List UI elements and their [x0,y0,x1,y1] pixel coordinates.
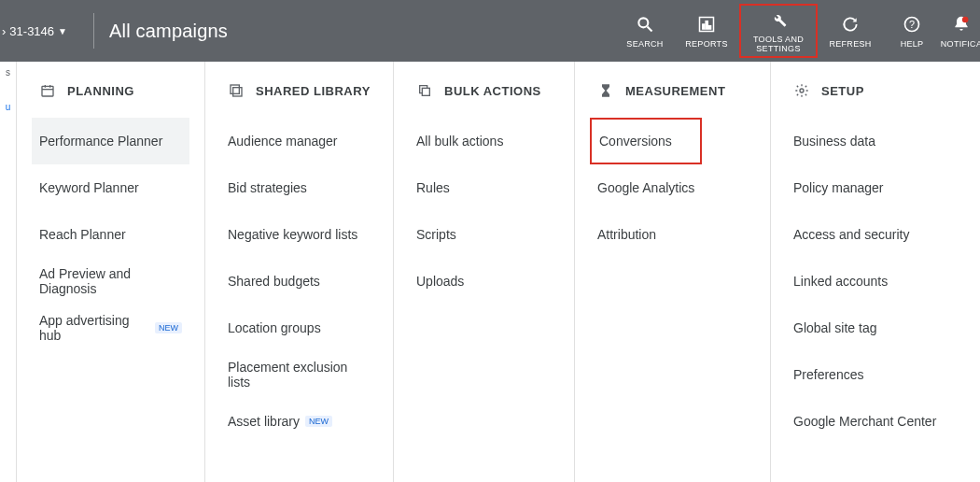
reports-button[interactable]: REPORTS [676,4,737,58]
account-chevron-icon: › [2,24,6,38]
content-sliver: su [0,62,17,482]
menu-label: Negative keyword lists [228,227,357,242]
new-badge: NEW [155,322,182,333]
dropdown-caret-icon: ▼ [58,26,67,36]
copy-icon [416,82,433,99]
tools-mega-menu: su PLANNING Performance Planner Keyword … [0,62,980,482]
menu-keyword-planner[interactable]: Keyword Planner [32,164,189,211]
menu-linked-accounts[interactable]: Linked accounts [786,258,948,305]
svg-rect-15 [422,88,429,95]
notifications-button[interactable]: NOTIFICA [943,4,980,58]
svg-rect-9 [42,86,53,96]
menu-performance-planner[interactable]: Performance Planner [32,118,189,164]
reports-label: REPORTS [685,39,727,49]
refresh-icon [841,13,860,35]
menu-label: Conversions [599,134,672,149]
menu-label: All bulk actions [416,134,503,149]
notifications-label: NOTIFICA [941,39,980,49]
col-head-planning: PLANNING [39,82,182,99]
menu-label: Asset library [228,414,300,429]
col-title: MEASUREMENT [625,84,725,98]
menu-conversions[interactable]: Conversions [590,118,702,164]
svg-text:?: ? [909,19,915,30]
menu-label: Bid strategies [228,180,307,195]
menu-attribution[interactable]: Attribution [590,211,755,258]
help-icon: ? [903,13,921,35]
help-button[interactable]: ? HELP [881,4,943,58]
menu-placement-exclusion-lists[interactable]: Placement exclusion lists [220,351,378,398]
menu-col-bulk: BULK ACTIONS All bulk actions Rules Scri… [394,62,575,482]
wrench-icon [769,8,788,31]
menu-label: Preferences [793,367,863,382]
menu-negative-keyword-lists[interactable]: Negative keyword lists [220,211,378,258]
menu-scripts[interactable]: Scripts [409,211,559,258]
col-head-setup: SETUP [793,82,941,99]
col-title: BULK ACTIONS [444,84,541,98]
menu-all-bulk-actions[interactable]: All bulk actions [409,118,559,164]
svg-rect-4 [706,21,707,29]
menu-preferences[interactable]: Preferences [786,351,948,398]
menu-access-security[interactable]: Access and security [786,211,948,258]
menu-label: Keyword Planner [39,180,139,195]
search-icon [636,13,654,35]
search-label: SEARCH [626,39,663,49]
menu-label: Reach Planner [39,227,126,242]
menu-label: Policy manager [793,180,884,195]
menu-app-advertising-hub[interactable]: App advertising hub NEW [32,305,189,351]
col-title: SHARED LIBRARY [256,84,371,98]
app-header: › 31-3146 ▼ All campaigns SEARCH REPORTS… [0,0,980,62]
menu-global-site-tag[interactable]: Global site tag [786,305,948,351]
hourglass-icon [597,82,614,99]
menu-col-setup: SETUP Business data Policy manager Acces… [771,62,963,482]
menu-col-planning: PLANNING Performance Planner Keyword Pla… [17,62,205,482]
menu-label: Access and security [793,227,910,242]
refresh-button[interactable]: REFRESH [819,4,881,58]
menu-label: Attribution [597,227,656,242]
menu-policy-manager[interactable]: Policy manager [786,164,948,211]
svg-point-16 [800,89,804,92]
svg-rect-3 [703,24,705,29]
menu-location-groups[interactable]: Location groups [220,305,378,351]
col-title: PLANNING [67,84,134,98]
menu-label: Business data [793,134,875,149]
menu-label: Google Analytics [597,180,694,195]
help-label: HELP [901,39,924,49]
menu-label: Global site tag [793,320,877,335]
svg-point-8 [962,17,969,23]
search-button[interactable]: SEARCH [614,4,676,58]
menu-col-shared: SHARED LIBRARY Audience manager Bid stra… [205,62,394,482]
menu-business-data[interactable]: Business data [786,118,948,164]
account-id: 31-3146 [9,24,54,38]
menu-label: Google Merchant Center [793,414,936,429]
account-switcher[interactable]: › 31-3146 ▼ [0,0,78,62]
menu-uploads[interactable]: Uploads [409,258,559,305]
tools-settings-label: TOOLS AND SETTINGS [753,35,804,53]
svg-point-0 [638,18,648,27]
menu-label: Linked accounts [793,274,888,289]
new-badge: NEW [305,416,332,427]
tools-settings-button[interactable]: TOOLS AND SETTINGS [739,4,818,58]
menu-label: Ad Preview and Diagnosis [39,266,182,296]
menu-label: Rules [416,180,450,195]
divider [93,13,94,49]
menu-audience-manager[interactable]: Audience manager [220,118,378,164]
menu-label: Performance Planner [39,134,162,149]
menu-shared-budgets[interactable]: Shared budgets [220,258,378,305]
page-title: All campaigns [109,21,228,42]
svg-line-1 [648,27,652,32]
col-head-measurement: MEASUREMENT [597,82,748,99]
menu-reach-planner[interactable]: Reach Planner [32,211,189,258]
col-head-bulk: BULK ACTIONS [416,82,552,99]
menu-asset-library[interactable]: Asset library NEW [220,398,378,445]
menu-bid-strategies[interactable]: Bid strategies [220,164,378,211]
menu-label: Placement exclusion lists [228,360,371,390]
menu-label: Scripts [416,227,456,242]
bell-icon [952,13,971,35]
menu-google-merchant-center[interactable]: Google Merchant Center [786,398,948,445]
col-head-shared: SHARED LIBRARY [228,82,371,99]
menu-rules[interactable]: Rules [409,164,559,211]
menu-google-analytics[interactable]: Google Analytics [590,164,755,211]
menu-label: App advertising hub [39,313,149,343]
menu-ad-preview-diagnosis[interactable]: Ad Preview and Diagnosis [32,258,189,305]
calendar-icon [39,82,56,99]
